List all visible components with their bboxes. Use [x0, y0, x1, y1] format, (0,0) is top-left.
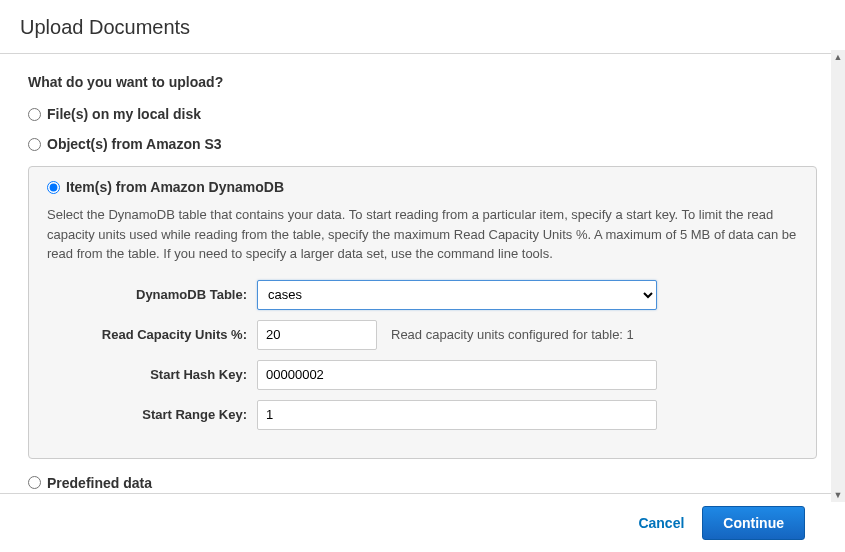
scroll-down-icon[interactable]: ▼	[831, 488, 845, 502]
dialog-footer: Cancel Continue	[0, 493, 831, 552]
row-table: DynamoDB Table: cases	[47, 280, 798, 310]
radio-predefined[interactable]	[28, 476, 41, 489]
label-local-disk[interactable]: File(s) on my local disk	[47, 106, 201, 122]
option-dynamodb[interactable]: Item(s) from Amazon DynamoDB	[47, 179, 798, 195]
radio-s3[interactable]	[28, 138, 41, 151]
input-start-hash-key[interactable]	[257, 360, 657, 390]
label-range-key: Start Range Key:	[47, 407, 257, 422]
option-local-disk[interactable]: File(s) on my local disk	[28, 106, 817, 122]
label-dynamodb[interactable]: Item(s) from Amazon DynamoDB	[66, 179, 284, 195]
upload-question: What do you want to upload?	[28, 74, 817, 90]
dynamodb-panel: Item(s) from Amazon DynamoDB Select the …	[28, 166, 817, 459]
rcu-hint: Read capacity units configured for table…	[391, 327, 634, 342]
select-dynamodb-table[interactable]: cases	[257, 280, 657, 310]
label-s3[interactable]: Object(s) from Amazon S3	[47, 136, 222, 152]
input-rcu-percent[interactable]	[257, 320, 377, 350]
continue-button[interactable]: Continue	[702, 506, 805, 540]
radio-local-disk[interactable]	[28, 108, 41, 121]
radio-dynamodb[interactable]	[47, 181, 60, 194]
label-table: DynamoDB Table:	[47, 287, 257, 302]
scroll-up-icon[interactable]: ▲	[831, 50, 845, 64]
dialog-header: Upload Documents	[0, 0, 845, 54]
label-hash-key: Start Hash Key:	[47, 367, 257, 382]
scrollbar[interactable]: ▲ ▼	[831, 50, 845, 502]
cancel-button[interactable]: Cancel	[638, 515, 684, 531]
input-start-range-key[interactable]	[257, 400, 657, 430]
row-hash-key: Start Hash Key:	[47, 360, 798, 390]
option-predefined[interactable]: Predefined data	[28, 475, 817, 491]
dynamodb-description: Select the DynamoDB table that contains …	[47, 205, 798, 264]
label-predefined[interactable]: Predefined data	[47, 475, 152, 491]
dialog-body: What do you want to upload? File(s) on m…	[0, 54, 845, 494]
option-s3[interactable]: Object(s) from Amazon S3	[28, 136, 817, 152]
row-rcu: Read Capacity Units %: Read capacity uni…	[47, 320, 798, 350]
dialog-title: Upload Documents	[20, 16, 825, 39]
label-rcu: Read Capacity Units %:	[47, 327, 257, 342]
row-range-key: Start Range Key:	[47, 400, 798, 430]
